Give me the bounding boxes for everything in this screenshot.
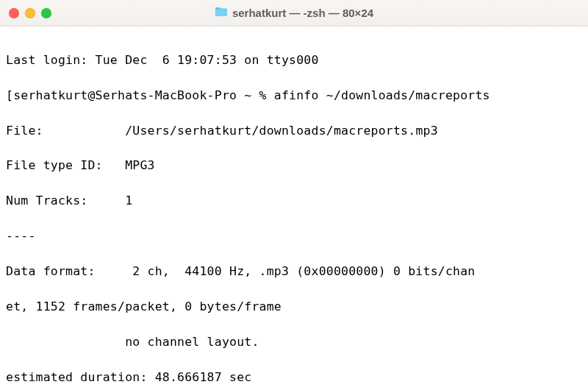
file-label: File: bbox=[6, 124, 125, 138]
prompt-line-1: [serhatkurt@Serhats-MacBook-Pro ~ % afin… bbox=[6, 87, 582, 104]
numtracks-line: Num Tracks: 1 bbox=[6, 192, 582, 210]
numtracks-label: Num Tracks: bbox=[6, 194, 125, 208]
file-value: /Users/serhatkurt/downloads/macreports.m… bbox=[125, 124, 438, 138]
minimize-button[interactable] bbox=[25, 8, 35, 18]
prompt-user-host: [serhatkurt@Serhats-MacBook-Pro ~ % bbox=[6, 88, 274, 102]
close-button[interactable] bbox=[9, 8, 19, 18]
dataformat-label: Data format: bbox=[6, 264, 132, 278]
dataformat-line-2: et, 1152 frames/packet, 0 bytes/frame bbox=[6, 298, 582, 316]
dataformat-line-1: Data format: 2 ch, 44100 Hz, .mp3 (0x000… bbox=[6, 263, 582, 280]
filetype-label: File type ID: bbox=[6, 158, 125, 172]
folder-icon bbox=[215, 6, 228, 20]
dataformat-value-1: 2 ch, 44100 Hz, .mp3 (0x00000000) 0 bits… bbox=[132, 264, 475, 278]
traffic-lights bbox=[0, 8, 51, 18]
window-title: serhatkurt — -zsh — 80×24 bbox=[232, 7, 373, 19]
filetype-line: File type ID: MPG3 bbox=[6, 157, 582, 174]
numtracks-value: 1 bbox=[125, 194, 132, 208]
file-line: File: /Users/serhatkurt/downloads/macrep… bbox=[6, 122, 582, 140]
titlebar: serhatkurt — -zsh — 80×24 bbox=[0, 0, 588, 26]
last-login-line: Last login: Tue Dec 6 19:07:53 on ttys00… bbox=[6, 52, 582, 69]
zoom-button[interactable] bbox=[41, 8, 51, 18]
dataformat-line-3: no channel layout. bbox=[6, 333, 582, 351]
filetype-value: MPG3 bbox=[125, 158, 155, 172]
prompt-command: afinfo ~/downloads/macreports bbox=[274, 88, 490, 102]
separator-line: ---- bbox=[6, 227, 582, 245]
estimated-duration-line: estimated duration: 48.666187 sec bbox=[6, 369, 582, 386]
terminal-output[interactable]: Last login: Tue Dec 6 19:07:53 on ttys00… bbox=[0, 26, 588, 390]
window-title-wrap: serhatkurt — -zsh — 80×24 bbox=[0, 6, 588, 20]
